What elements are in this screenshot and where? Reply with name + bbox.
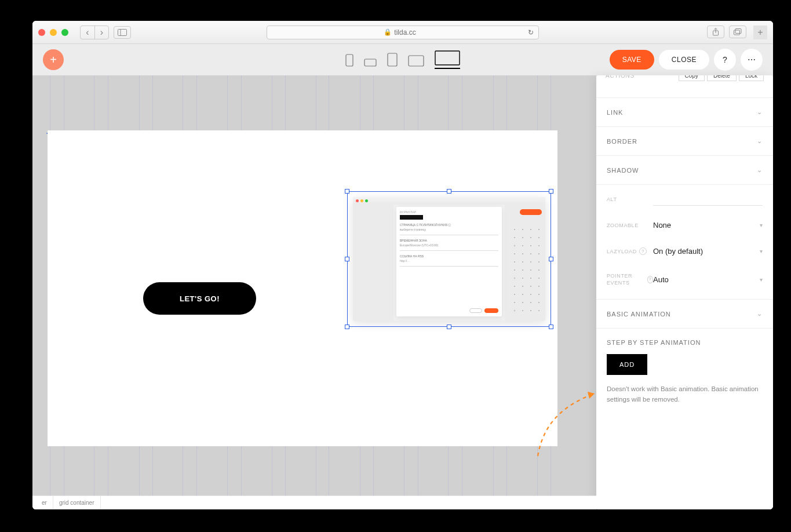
help-icon[interactable]: ? — [647, 276, 653, 283]
resize-handle-t[interactable] — [447, 189, 451, 194]
svg-rect-4 — [735, 28, 741, 33]
device-phone[interactable] — [345, 54, 353, 69]
traffic-lights — [38, 29, 68, 36]
device-phone-landscape[interactable] — [364, 59, 377, 69]
status-bar: er grid container — [32, 495, 596, 509]
address-bar[interactable]: 🔒 tilda.cc ↻ — [267, 25, 539, 39]
chevron-down-icon: ⌄ — [757, 166, 763, 174]
url-host: tilda.cc — [394, 28, 415, 37]
svg-rect-5 — [346, 54, 353, 66]
alt-field: ALT — [596, 190, 773, 209]
topbar-actions: SAVE CLOSE ? ⋯ — [610, 49, 763, 71]
svg-rect-6 — [364, 59, 376, 66]
section-step-animation: STEP BY STEP ANIMATION — [596, 329, 773, 351]
chevron-down-icon: ⌄ — [757, 310, 763, 318]
resize-handle-br[interactable] — [549, 325, 553, 329]
close-button[interactable]: CLOSE — [659, 50, 709, 70]
add-step-animation-button[interactable]: ADD — [607, 354, 647, 375]
help-icon[interactable]: ? — [639, 247, 647, 255]
resize-handle-tr[interactable] — [549, 189, 553, 194]
status-cell-0: er — [36, 496, 53, 509]
resize-handle-bl[interactable] — [345, 325, 349, 329]
save-button[interactable]: SAVE — [610, 50, 654, 70]
window-close-icon[interactable] — [38, 29, 45, 36]
device-desktop[interactable] — [435, 50, 460, 69]
help-button[interactable]: ? — [714, 49, 736, 71]
delete-button[interactable]: Delete — [707, 75, 737, 81]
pointer-events-value: Auto — [653, 275, 669, 284]
status-cell-1: grid container — [53, 496, 101, 509]
tabs-button[interactable] — [729, 25, 746, 38]
new-tab-button[interactable]: + — [753, 25, 767, 39]
zoomable-value: None — [653, 221, 671, 229]
device-tablet-landscape[interactable] — [408, 55, 424, 69]
browser-window: ‹ › 🔒 tilda.cc ↻ + + — [32, 21, 773, 509]
properties-panel: ACTIONS Copy Delete Lock LINK ⌄ BORDER — [596, 75, 773, 509]
add-block-button[interactable]: + — [43, 49, 64, 70]
resize-handle-tl[interactable] — [345, 189, 349, 194]
actions-label: ACTIONS — [606, 75, 652, 79]
resize-handle-r[interactable] — [549, 257, 553, 261]
canvas-workspace[interactable]: + LET'S GO! ФОРМУЛАР — [32, 75, 596, 509]
caret-down-icon: ▾ — [760, 276, 763, 283]
device-switcher — [345, 50, 460, 69]
svg-rect-9 — [435, 51, 460, 65]
svg-rect-0 — [118, 29, 127, 35]
alt-input[interactable] — [653, 193, 763, 206]
section-border[interactable]: BORDER ⌄ — [596, 127, 773, 155]
section-shadow[interactable]: SHADOW ⌄ — [596, 156, 773, 184]
section-link[interactable]: LINK ⌄ — [596, 98, 773, 126]
copy-button[interactable]: Copy — [679, 75, 705, 81]
chevron-down-icon: ⌄ — [757, 137, 763, 145]
device-tablet-portrait[interactable] — [387, 53, 398, 69]
section-basic-animation[interactable]: BASIC ANIMATION ⌄ — [596, 300, 773, 328]
caret-down-icon: ▾ — [760, 248, 763, 254]
svg-rect-3 — [734, 30, 740, 35]
resize-handle-b[interactable] — [447, 325, 451, 329]
reload-icon[interactable]: ↻ — [528, 28, 534, 37]
window-zoom-icon[interactable] — [61, 29, 68, 36]
more-button[interactable]: ⋯ — [741, 49, 763, 71]
lets-go-button[interactable]: LET'S GO! — [143, 282, 256, 315]
svg-rect-7 — [388, 53, 397, 66]
canvas-background: + LET'S GO! ФОРМУЛАР — [32, 75, 596, 509]
window-minimize-icon[interactable] — [50, 29, 57, 36]
resize-handle-l[interactable] — [345, 257, 349, 261]
svg-rect-8 — [409, 56, 424, 66]
share-button[interactable] — [707, 25, 724, 38]
nav-back-button[interactable]: ‹ — [81, 26, 94, 39]
selected-element[interactable]: ФОРМУЛАР СТРАНИЦА С ПОЛИТИКОЙ КУКИЗ ⓘ вы… — [347, 191, 551, 327]
nav-back-forward: ‹ › — [80, 25, 109, 39]
caret-down-icon: ▾ — [760, 222, 763, 228]
nav-forward-button[interactable]: › — [94, 26, 108, 39]
window-title-bar: ‹ › 🔒 tilda.cc ↻ + — [32, 21, 773, 44]
pointer-events-field[interactable]: POINTER EVENTS? Auto▾ — [596, 269, 773, 290]
editor-topbar: + SAVE CLOSE ? ⋯ — [32, 44, 773, 75]
selection-outline — [347, 191, 551, 327]
lazyload-field[interactable]: LAZYLOAD? On (by default)▾ — [596, 243, 773, 259]
browser-right-controls: + — [707, 25, 767, 39]
lazyload-value: On (by default) — [653, 247, 703, 256]
lock-icon: 🔒 — [384, 28, 392, 36]
zoomable-field[interactable]: ZOOMABLE None▾ — [596, 217, 773, 233]
lock-button[interactable]: Lock — [739, 75, 764, 81]
actions-row: ACTIONS Copy Delete Lock — [596, 75, 773, 83]
show-sidebar-button[interactable] — [114, 26, 131, 39]
editor-app: + SAVE CLOSE ? ⋯ — [32, 44, 773, 509]
chevron-down-icon: ⌄ — [757, 108, 763, 116]
step-animation-note: Doesn't work with Basic animation. Basic… — [596, 378, 773, 421]
